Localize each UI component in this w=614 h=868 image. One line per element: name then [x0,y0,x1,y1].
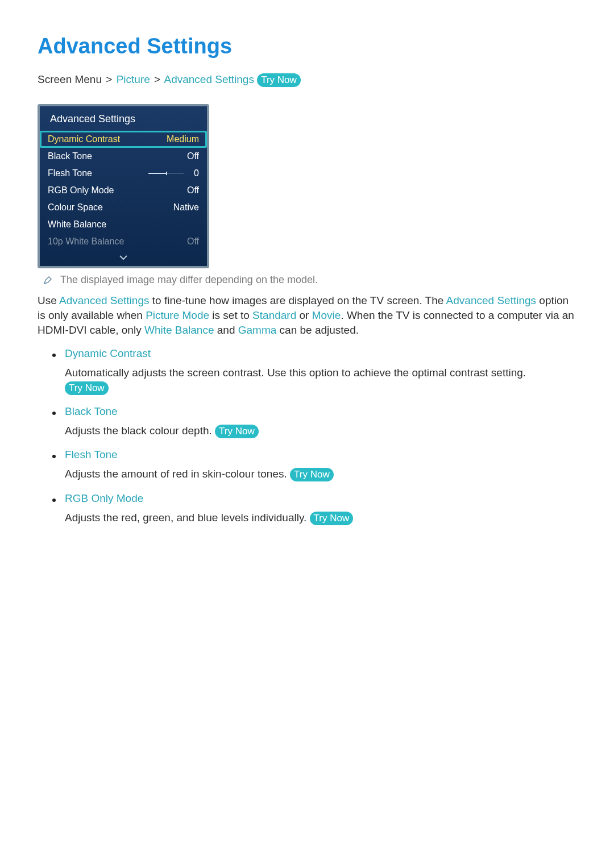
text: Adjusts the red, green, and blue levels … [65,512,310,524]
breadcrumb-separator: > [106,73,112,85]
feature-body: Adjusts the amount of red in skin-colour… [65,467,576,481]
osd-row-10p-white-balance: 10p White Balance Off [40,233,207,250]
text: or [296,309,312,321]
feature-flesh-tone: Flesh Tone Adjusts the amount of red in … [52,448,576,481]
osd-row-dynamic-contrast[interactable]: Dynamic Contrast Medium [40,131,207,148]
term-standard: Standard [252,309,296,321]
osd-row-white-balance[interactable]: White Balance [40,216,207,233]
intro-paragraph: Use Advanced Settings to fine-tune how i… [38,293,576,338]
osd-value: Native [173,202,199,213]
osd-label: Dynamic Contrast [48,134,120,144]
osd-value: Off [187,185,199,196]
text: can be adjusted. [276,324,359,336]
try-now-badge[interactable]: Try Now [215,425,259,438]
note-text: The displayed image may differ depending… [60,274,318,286]
try-now-badge[interactable]: Try Now [65,381,109,395]
osd-label: RGB Only Mode [48,185,114,196]
term-movie: Movie [312,309,341,321]
feature-body: Adjusts the red, green, and blue levels … [65,510,576,525]
feature-black-tone: Black Tone Adjusts the black colour dept… [52,405,576,438]
osd-row-rgb-only[interactable]: RGB Only Mode Off [40,182,207,199]
term-advanced-settings: Advanced Settings [446,294,536,306]
text: Use [38,294,59,306]
text: Automatically adjusts the screen contras… [65,367,526,379]
osd-scroll-down[interactable] [40,250,207,266]
page-title: Advanced Settings [38,34,576,59]
feature-dynamic-contrast: Dynamic Contrast Automatically adjusts t… [52,347,576,395]
try-now-badge[interactable]: Try Now [257,73,301,87]
text: Adjusts the black colour depth. [65,425,215,437]
breadcrumb-root: Screen Menu [38,73,102,85]
term-white-balance: White Balance [144,324,214,336]
osd-label: Black Tone [48,151,92,161]
note: The displayed image may differ depending… [43,274,576,288]
osd-row-black-tone[interactable]: Black Tone Off [40,148,207,165]
text: to fine-tune how images are displayed on… [149,294,446,306]
term-picture-mode: Picture Mode [146,309,209,321]
term-gamma: Gamma [238,324,277,336]
text: and [214,324,238,336]
osd-label: White Balance [48,219,106,230]
feature-body: Automatically adjusts the screen contras… [65,366,576,395]
feature-title: Flesh Tone [65,448,576,461]
feature-body: Adjusts the black colour depth. Try Now [65,423,576,438]
breadcrumb: Screen Menu > Picture > Advanced Setting… [38,73,576,87]
osd-row-colour-space[interactable]: Colour Space Native [40,199,207,216]
osd-value: Off [187,236,199,247]
breadcrumb-picture: Picture [117,73,150,85]
breadcrumb-advanced-settings: Advanced Settings [164,73,254,85]
osd-value: Medium [167,134,199,144]
slider-thumb [166,172,167,175]
osd-label: Colour Space [48,202,103,213]
osd-row-flesh-tone[interactable]: Flesh Tone 0 [40,165,207,182]
try-now-badge[interactable]: Try Now [290,468,334,481]
osd-slider[interactable]: 0 [148,168,199,178]
breadcrumb-separator: > [154,73,160,85]
chevron-down-icon [119,255,128,260]
osd-value: 0 [194,168,199,178]
feature-rgb-only: RGB Only Mode Adjusts the red, green, an… [52,492,576,525]
osd-value: Off [187,151,199,161]
term-advanced-settings: Advanced Settings [59,294,149,306]
text: Adjusts the amount of red in skin-colour… [65,468,290,480]
feature-title: Dynamic Contrast [65,347,576,360]
try-now-badge[interactable]: Try Now [310,512,354,525]
osd-label: 10p White Balance [48,236,124,247]
feature-title: RGB Only Mode [65,492,576,505]
osd-label: Flesh Tone [48,168,92,178]
pencil-icon [43,276,52,288]
feature-list: Dynamic Contrast Automatically adjusts t… [52,347,576,525]
osd-title: Advanced Settings [40,106,207,131]
text: is set to [209,309,252,321]
slider-track [148,173,184,174]
feature-title: Black Tone [65,405,576,418]
osd-panel: Advanced Settings Dynamic Contrast Mediu… [38,104,209,268]
